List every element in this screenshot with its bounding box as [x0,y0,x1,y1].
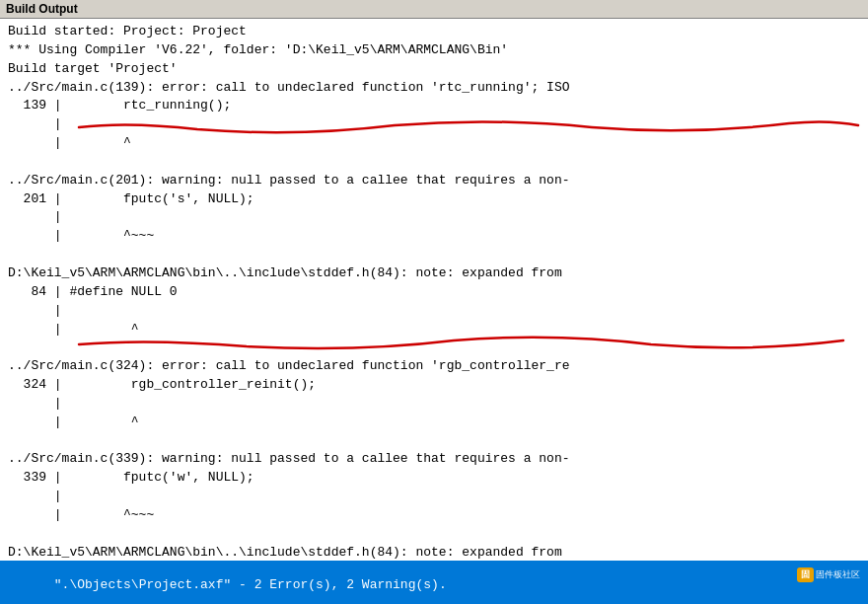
line-18 [8,339,860,357]
output-area[interactable]: Build started: Project: Project *** Usin… [0,19,868,579]
line-29: D:\Keil_v5\ARM\ARMCLANG\bin\..\include\s… [8,544,860,563]
line-14: D:\Keil_v5\ARM\ARMCLANG\bin\..\include\s… [8,264,860,283]
line-13 [8,246,860,264]
line-4: ../Src/main.c(139): error: call to undec… [8,79,860,98]
line-28 [8,525,860,544]
line-11: | [8,208,860,227]
logo-text: 固件板社区 [816,568,860,581]
build-output-container: Build Output Build started: Project: Pro… [0,0,868,604]
line-12: | ^~~~ [8,227,860,246]
line-3: Build target 'Project' [8,60,860,79]
blue-status-line: ".\Objects\Project.axf" - 2 Error(s), 2 … [0,561,868,604]
line-2: *** Using Compiler 'V6.22', folder: 'D:\… [8,41,860,60]
logo-icon: 固 [797,567,814,582]
line-8 [8,153,860,172]
line-20: 324 | rgb_controller_reinit(); [8,376,860,395]
blue-status-text: ".\Objects\Project.axf" - 2 Error(s), 2 … [54,577,447,592]
logo-badge: 固 固件板社区 [797,567,860,582]
line-17: | ^ [8,321,860,340]
line-22: | ^ [8,414,860,432]
line-23 [8,432,860,451]
title-bar: Build Output [0,0,868,19]
line-26: | [8,488,860,506]
line-10: 201 | fputc('s', NULL); [8,190,860,209]
line-19: ../Src/main.c(324): error: call to undec… [8,357,860,376]
line-9: ../Src/main.c(201): warning: null passed… [8,172,860,190]
line-15: 84 | #define NULL 0 [8,283,860,302]
line-21: | [8,395,860,414]
line-7: | ^ [8,134,860,153]
bottom-status: ".\Objects\Project.axf" - 2 Error(s), 2 … [0,561,868,604]
lines-wrapper: Build started: Project: Project *** Usin… [8,23,860,579]
title-label: Build Output [6,2,78,16]
line-5: 139 | rtc_running(); [8,97,860,115]
line-1: Build started: Project: Project [8,23,860,41]
line-16: | [8,302,860,321]
line-6: | [8,115,860,134]
line-27: | ^~~~ [8,506,860,525]
line-25: 339 | fputc('w', NULL); [8,469,860,488]
line-24: ../Src/main.c(339): warning: null passed… [8,450,860,469]
